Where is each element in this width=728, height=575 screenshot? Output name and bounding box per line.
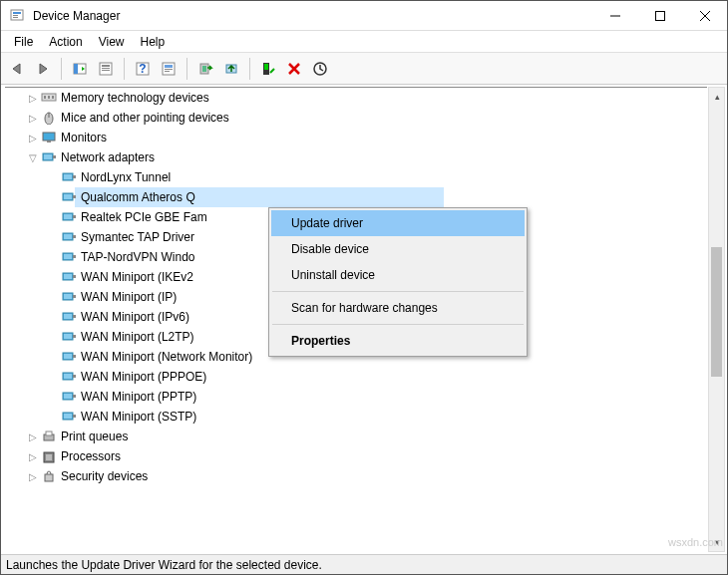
svg-rect-75 (73, 415, 76, 418)
context-menu: Update driver Disable device Uninstall d… (268, 207, 528, 357)
tree-label: Mice and other pointing devices (61, 111, 229, 125)
tree-label: Realtek PCIe GBE Fam (81, 210, 207, 224)
adapter-icon (61, 409, 77, 425)
adapter-icon (61, 289, 77, 305)
expand-icon[interactable]: ▷ (25, 93, 41, 104)
adapter-icon (61, 269, 77, 285)
svg-rect-65 (64, 354, 72, 359)
svg-rect-32 (43, 133, 55, 141)
svg-rect-57 (73, 295, 76, 298)
vertical-scrollbar[interactable] (708, 87, 725, 552)
svg-rect-35 (44, 154, 52, 159)
expand-icon[interactable]: ▷ (25, 471, 41, 482)
svg-rect-36 (53, 155, 56, 158)
tree-item-processors[interactable]: ▷ Processors (5, 446, 707, 466)
menu-update-driver[interactable]: Update driver (271, 210, 525, 236)
svg-rect-5 (655, 11, 664, 20)
tree-label: WAN Miniport (IP) (81, 290, 177, 304)
tree-item-sstp[interactable]: WAN Miniport (SSTP) (5, 407, 707, 427)
svg-rect-42 (73, 195, 76, 198)
menu-file[interactable]: File (6, 33, 41, 51)
menu-help[interactable]: Help (133, 33, 174, 51)
printer-icon (41, 429, 57, 444)
svg-rect-53 (64, 274, 72, 279)
scrollbar-thumb[interactable] (711, 247, 722, 377)
svg-rect-79 (46, 454, 52, 460)
svg-rect-66 (73, 355, 76, 358)
tree-label: NordLynx Tunnel (81, 170, 171, 184)
update-driver-button[interactable] (219, 57, 243, 81)
uninstall-button[interactable] (282, 57, 306, 81)
scroll-up-icon[interactable]: ▴ (710, 90, 724, 104)
scan-hardware-button[interactable] (193, 57, 217, 81)
tree-item-qualcomm[interactable]: Qualcomm Atheros Q (5, 187, 707, 207)
svg-rect-45 (73, 215, 76, 218)
svg-rect-72 (73, 395, 76, 398)
svg-rect-33 (47, 141, 51, 143)
adapter-icon (61, 349, 77, 365)
menu-action[interactable]: Action (41, 33, 90, 51)
titlebar: Device Manager (1, 1, 727, 31)
tree-label: WAN Miniport (PPTP) (81, 390, 196, 404)
expand-icon[interactable]: ▷ (25, 113, 41, 124)
menubar: File Action View Help (1, 31, 727, 53)
svg-rect-1 (13, 12, 21, 14)
enable-device-button[interactable] (256, 57, 280, 81)
tree-label: WAN Miniport (IPv6) (81, 310, 189, 324)
collapse-icon[interactable]: ▽ (25, 152, 41, 163)
svg-rect-12 (102, 68, 110, 69)
forward-button[interactable] (31, 57, 55, 81)
tree-item-pptp[interactable]: WAN Miniport (PPTP) (5, 387, 707, 407)
tree-item-pppoe[interactable]: WAN Miniport (PPPOE) (5, 367, 707, 387)
adapter-icon (61, 229, 77, 245)
svg-rect-59 (64, 314, 72, 319)
svg-rect-29 (52, 96, 54, 99)
expand-icon[interactable]: ▷ (25, 451, 41, 462)
tree-label: Print queues (61, 430, 128, 443)
expand-icon[interactable]: ▷ (25, 431, 41, 442)
svg-rect-48 (73, 235, 76, 238)
menu-scan-hardware[interactable]: Scan for hardware changes (271, 295, 525, 321)
tree-label: Qualcomm Atheros Q (81, 190, 195, 204)
menu-uninstall-device[interactable]: Uninstall device (271, 262, 525, 288)
tree-label: WAN Miniport (SSTP) (81, 410, 196, 424)
svg-rect-28 (48, 96, 50, 99)
svg-rect-9 (74, 64, 78, 74)
back-button[interactable] (5, 57, 29, 81)
tree-item-monitors[interactable]: ▷ Monitors (5, 128, 707, 147)
svg-rect-3 (13, 17, 18, 18)
svg-rect-71 (64, 394, 72, 399)
menu-view[interactable]: View (91, 33, 133, 51)
svg-rect-18 (165, 69, 173, 70)
svg-rect-80 (45, 474, 53, 481)
properties-button[interactable] (157, 57, 181, 81)
disable-device-button[interactable] (308, 57, 332, 81)
menu-separator (272, 291, 524, 292)
tree-item-nordlynx[interactable]: NordLynx Tunnel (5, 167, 707, 187)
menu-properties[interactable]: Properties (271, 328, 525, 354)
mouse-icon (41, 110, 57, 126)
expand-icon[interactable]: ▷ (25, 133, 41, 144)
tree-label: WAN Miniport (IKEv2 (81, 270, 193, 284)
tree-item-memory-technology[interactable]: ▷ Memory technology devices (5, 88, 707, 108)
close-button[interactable] (682, 1, 727, 30)
tree-item-print-queues[interactable]: ▷ Print queues (5, 427, 707, 446)
tree-item-mice[interactable]: ▷ Mice and other pointing devices (5, 108, 707, 128)
memory-icon (41, 90, 57, 106)
tree-item-security[interactable]: ▷ Security devices (5, 466, 707, 486)
action-menu-button[interactable] (94, 57, 118, 81)
tree-label: WAN Miniport (Network Monitor) (81, 350, 252, 364)
tree-item-network-adapters[interactable]: ▽ Network adapters (5, 147, 707, 167)
help-button[interactable]: ? (131, 57, 155, 81)
cpu-icon (41, 448, 57, 464)
show-hide-tree-button[interactable] (68, 57, 92, 81)
tree-label: Processors (61, 449, 121, 463)
minimize-button[interactable] (592, 1, 637, 30)
svg-rect-56 (64, 294, 72, 299)
security-icon (41, 468, 57, 484)
status-text: Launches the Update Driver Wizard for th… (6, 558, 322, 572)
monitor-icon (41, 130, 57, 145)
menu-disable-device[interactable]: Disable device (271, 236, 525, 262)
maximize-button[interactable] (637, 1, 682, 30)
window-title: Device Manager (33, 9, 592, 23)
